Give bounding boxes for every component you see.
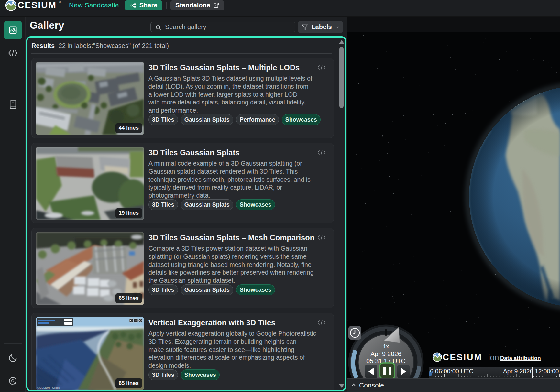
svg-text:®: ® bbox=[59, 1, 61, 4]
svg-text:ⒸCESIUM · Google: ⒸCESIUM · Google bbox=[37, 387, 61, 389]
svg-text:CESIUM: CESIUM bbox=[17, 0, 57, 10]
svg-text:ion: ion bbox=[488, 353, 499, 362]
svg-text:1x: 1x bbox=[383, 343, 389, 350]
svg-text:Apr 9 2026 12:00:00 UT: Apr 9 2026 12:00:00 UT bbox=[503, 368, 560, 375]
svg-text:Apr 9 2026: Apr 9 2026 bbox=[370, 350, 401, 357]
svg-text:CESIUM: CESIUM bbox=[443, 353, 482, 362]
svg-text:6 06:00:00 UTC: 6 06:00:00 UTC bbox=[430, 368, 473, 375]
